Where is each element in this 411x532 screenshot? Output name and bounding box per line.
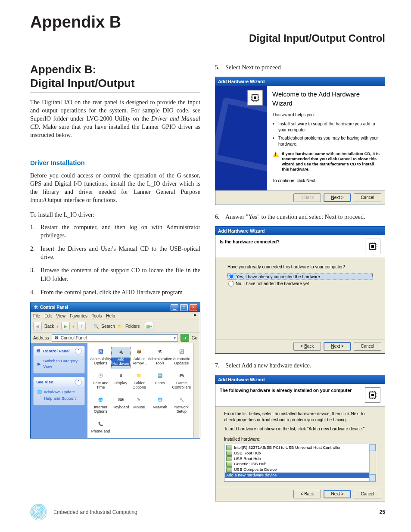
cancel-button[interactable]: Cancel	[354, 193, 381, 202]
cp-item-icon: 🕒	[95, 371, 106, 380]
panel-icon: 🛠	[36, 348, 41, 354]
control-panel-titlebar: 🛠 Control Panel _ □ ×	[31, 303, 200, 312]
cp-item-keyboard[interactable]: ⌨Keyboard	[111, 395, 131, 417]
cp-item-icon: 🛠	[154, 347, 165, 356]
cancel-button[interactable]: Cancel	[354, 490, 381, 498]
back-button[interactable]: < Back	[293, 342, 321, 351]
driver-paragraph: Before you could access or control the o…	[30, 171, 200, 205]
scroll-up-icon[interactable]	[370, 444, 376, 451]
hardware-list-item[interactable]: USB Root Hub	[226, 456, 374, 462]
cp-item-automatic-updates[interactable]: 🔄Automatic Updates	[172, 347, 191, 369]
cp-item-add-or-remov-[interactable]: 📦Add or Remov...	[131, 347, 148, 369]
next-button[interactable]: Next >	[324, 193, 351, 202]
wizard-install-p1: From the list below, select an installed…	[224, 411, 376, 423]
cp-item-icon: 🌐	[154, 395, 165, 404]
switch-category-link[interactable]: ▶Switch to Category View	[37, 358, 81, 370]
cp-item-date-and-time[interactable]: 🕒Date and Time	[90, 371, 111, 393]
back-button[interactable]: < Back	[293, 490, 321, 498]
cp-item-icon: 📁	[134, 371, 145, 380]
toolbar[interactable]: ◀ Back ▾ ▶ ▾ ⮥ 🔍 Search 📁 Folders ▦▾	[31, 320, 200, 333]
scrollbar[interactable]	[369, 444, 376, 481]
next-button[interactable]: Next >	[324, 342, 351, 351]
cp-item-icon: 🌐	[95, 395, 106, 404]
help-support-link[interactable]: ❔Help and Support	[37, 396, 81, 401]
scroll-down-icon[interactable]	[370, 474, 376, 481]
address-field: 🛠 Control Panel ▾	[52, 334, 178, 342]
wizard-install-p2: To add hardware not shown in the list, c…	[224, 426, 376, 432]
folders-icon[interactable]: 📁	[118, 324, 123, 329]
svg-rect-5	[371, 394, 374, 396]
wizard-bullets: Install software to support the hardware…	[278, 121, 380, 147]
radio-yes[interactable]: Yes, I have already connected the hardwa…	[227, 274, 373, 280]
cp-item-network[interactable]: 🌐Network	[148, 395, 172, 417]
cp-item-folder-options[interactable]: 📁Folder Options	[131, 371, 148, 393]
installed-hardware-list[interactable]: Intel(R) 82371AB/EB PCI to USB Universal…	[224, 444, 376, 482]
cp-item-add-hardware[interactable]: 🔌Add Hardware	[111, 347, 131, 369]
footer-text: Embedded and Industrial Computing	[53, 509, 137, 515]
cp-item-icon: 🔤	[154, 371, 165, 380]
installed-hardware-label: Installed hardware:	[224, 436, 376, 442]
back-button: < Back	[293, 193, 321, 202]
control-panel-icon: 🛠	[33, 305, 38, 310]
collapse-icon[interactable]: ˄	[75, 348, 82, 355]
search-icon[interactable]: 🔍	[93, 324, 99, 329]
menu-file: File	[33, 313, 40, 319]
hardware-list-item[interactable]: USB Composite Device	[226, 467, 374, 473]
step-6: 6.Answer "Yes" to the question and selec…	[215, 213, 385, 221]
cp-item-internet-options[interactable]: 🌐Internet Options	[90, 395, 111, 417]
wizard-titlebar: Add Hardware Wizard	[215, 227, 385, 235]
minimize-button[interactable]: _	[171, 304, 178, 311]
back-button: ◀	[33, 322, 42, 330]
control-panel-items[interactable]: ♿Accessibility Options🔌Add Hardware📦Add …	[87, 343, 193, 438]
cp-item-fonts[interactable]: 🔤Fonts	[148, 371, 172, 393]
go-button[interactable]: ➔	[181, 334, 189, 342]
cp-item-icon: 🔧	[176, 395, 187, 404]
add-new-hardware-item[interactable]: Add a new hardware device	[225, 473, 375, 478]
windows-update-link[interactable]: 🌐Windows Update	[37, 389, 81, 395]
right-column: 5.Select Next to proceed Add Hardware Wi…	[215, 63, 385, 509]
hardware-list-item[interactable]: Intel(R) 82371AB/EB PCI to USB Universal…	[226, 445, 374, 451]
cp-item-network-setup[interactable]: 🔧Network Setup	[172, 395, 191, 417]
cp-item-icon: ♿	[95, 347, 106, 356]
intro-paragraph: The Digitanl I/O on the rear panel is de…	[30, 98, 200, 140]
left-column: Appendix B: Digital Input/Output The Dig…	[30, 63, 200, 509]
cp-item-game-controllers[interactable]: 🎮Game Controllers	[172, 371, 191, 393]
cancel-button[interactable]: Cancel	[354, 342, 381, 351]
install-steps-1-4: 1.Restart the computer, and then log on …	[30, 223, 200, 296]
cp-item-phone-and[interactable]: 📞Phone and	[90, 419, 111, 438]
section-heading-line1: Appendix B:	[30, 63, 200, 76]
svg-rect-3	[371, 245, 374, 248]
menu-bar[interactable]: File Edit View Favorites Tools Help ⚑	[31, 312, 200, 320]
device-icon	[226, 456, 232, 461]
next-button[interactable]: Next >	[324, 490, 351, 498]
close-button[interactable]: ×	[190, 304, 197, 311]
menu-view: View	[56, 313, 65, 319]
step-5: 5.Select Next to proceed	[215, 63, 385, 72]
scrollbar[interactable]	[193, 343, 200, 438]
wizard-heading: Welcome to the Add Hardware Wizard	[272, 90, 380, 108]
wizard-continue-text: To continue, click Next.	[272, 178, 380, 184]
svg-rect-1	[254, 96, 256, 99]
hardware-chip-icon	[365, 387, 380, 403]
maximize-button[interactable]: □	[180, 304, 188, 311]
hardware-chip-icon	[247, 90, 263, 106]
radio-no[interactable]: No, I have not added the hardware yet	[227, 281, 373, 287]
heading-rule	[30, 93, 200, 93]
cp-item-icon: 🖥	[115, 371, 127, 380]
wizard-helps-text: This wizard helps you:	[272, 112, 380, 118]
hardware-list-item[interactable]: Generic USB Hub	[226, 461, 374, 467]
warning-icon	[272, 151, 279, 157]
cp-item-icon: 🔄	[176, 347, 187, 356]
cp-item-icon: 🎮	[176, 371, 187, 380]
wizard-titlebar: Add Hardware Wizard	[215, 375, 385, 384]
page-number: 25	[380, 509, 385, 515]
collapse-icon[interactable]: ˄	[75, 379, 82, 386]
cp-item-display[interactable]: 🖥Display	[111, 371, 131, 393]
cp-item-mouse[interactable]: 🖱Mouse	[131, 395, 148, 417]
hardware-list-item[interactable]: USB Root Hub	[226, 451, 374, 456]
cp-item-administrative-tools[interactable]: 🛠Administrative Tools	[148, 347, 172, 369]
menu-favorites: Favorites	[70, 313, 87, 319]
cp-item-accessibility-options[interactable]: ♿Accessibility Options	[90, 347, 111, 369]
address-bar[interactable]: Address 🛠 Control Panel ▾ ➔ Go	[31, 333, 200, 343]
sidebar-panel-seealso: See Also˄ 🌐Windows Update ❔Help and Supp…	[33, 377, 85, 405]
